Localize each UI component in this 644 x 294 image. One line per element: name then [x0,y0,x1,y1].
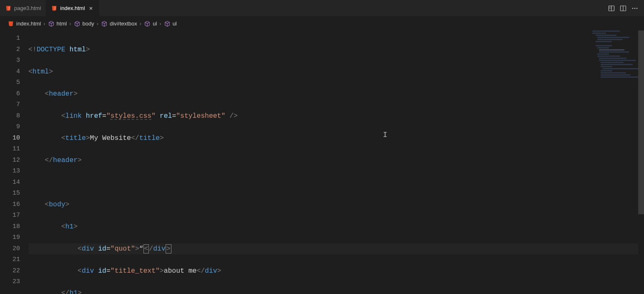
breadcrumb-item[interactable]: div#textbox [101,20,137,27]
symbol-icon [48,20,55,27]
chevron-right-icon: › [159,20,161,27]
symbol-icon [101,20,108,27]
tab-label: page3.html [14,5,41,11]
editor[interactable]: 1234567891011121314151617181920212223 <!… [0,30,644,294]
html5-icon [5,5,12,12]
editor-actions [608,5,644,12]
svg-point-4 [636,8,638,9]
svg-point-3 [634,8,636,9]
chevron-right-icon: › [140,20,141,27]
chevron-right-icon: › [43,20,45,27]
breadcrumb-item[interactable]: ul [164,20,177,27]
scrollbar[interactable] [638,30,644,294]
split-editor-icon[interactable] [620,5,626,12]
breadcrumb-item[interactable]: body [74,20,94,27]
symbol-icon [74,20,80,27]
breadcrumb-label: ul [173,20,177,27]
breadcrumb-label: div#textbox [110,20,137,27]
tab-page3[interactable]: page3.html [0,0,46,17]
breadcrumb-label: ul [153,20,157,27]
chevron-right-icon: › [69,20,71,27]
svg-point-2 [632,8,634,9]
html5-icon [8,20,14,27]
breadcrumb-label: index.html [16,20,41,27]
breadcrumb-item[interactable]: html [48,20,67,27]
breadcrumb-label: body [83,20,94,27]
chevron-right-icon: › [97,20,98,27]
tab-label: index.html [60,5,85,11]
more-icon[interactable] [631,5,638,12]
code-content[interactable]: <!DOCTYPE html> <html> <header> <link hr… [28,30,644,294]
tab-bar: page3.html index.html [0,0,644,17]
close-icon[interactable] [88,5,94,12]
html5-icon [51,5,58,12]
breadcrumb-item[interactable]: ul [144,20,157,27]
text-cursor-icon: I [383,129,387,141]
line-number-gutter: 1234567891011121314151617181920212223 [0,30,28,294]
breadcrumb-label: html [57,20,67,27]
symbol-icon [144,20,151,27]
split-diff-icon[interactable] [608,5,615,12]
breadcrumb[interactable]: index.html › html › body › div#textbox ›… [0,17,644,30]
symbol-icon [164,20,171,27]
scrollbar-thumb[interactable] [638,30,644,214]
breadcrumb-item[interactable]: index.html [8,20,41,27]
tab-index[interactable]: index.html [46,0,99,17]
minimap[interactable] [592,30,638,85]
